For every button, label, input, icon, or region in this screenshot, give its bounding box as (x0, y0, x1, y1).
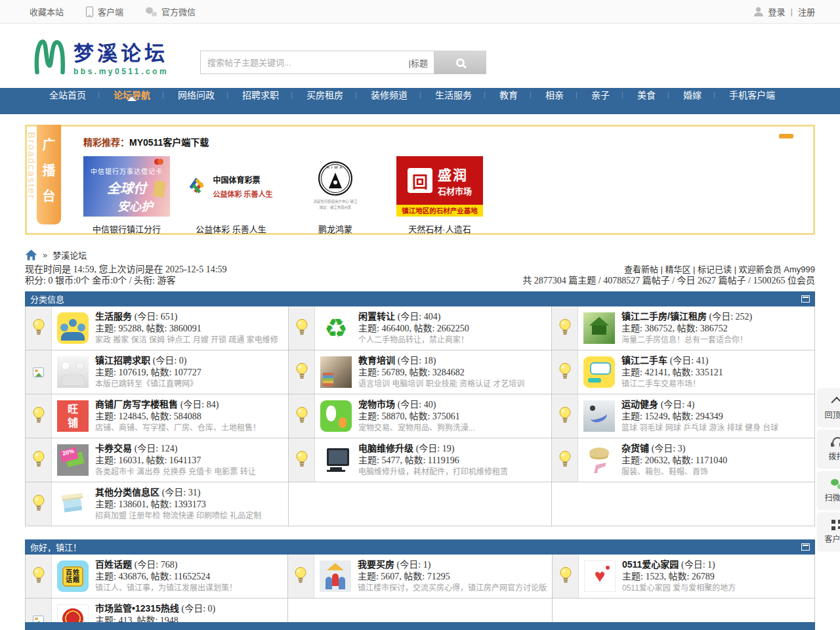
forum-icon-life-services[interactable] (57, 312, 89, 344)
forum-icon-wangpu[interactable]: 旺铺 (57, 400, 89, 432)
float-item-3[interactable]: 客户端 (818, 513, 840, 551)
forum-title-link[interactable]: 镇江二手房/镇江租房 (621, 311, 707, 322)
forum-title-link[interactable]: 电脑维修升级 (358, 443, 413, 453)
breadcrumb-current[interactable]: 梦溪论坛 (52, 249, 87, 261)
forum-today-count: (今日: 18) (398, 356, 436, 366)
forum-today-count: (今日: 40) (398, 400, 436, 410)
collapse-icon[interactable] (801, 295, 810, 303)
forum-status-column (552, 394, 578, 438)
collapse-icon[interactable] (801, 543, 810, 551)
ad-hima[interactable]: HIMA 鸿蒙智行授权用户中心·镇江地址：镇江市润州区 鹏龙鸿蒙 (292, 156, 379, 235)
ad-lottery-image: 中国体育彩票 公益体彩 乐善人生 (188, 156, 274, 217)
ad-shengrun-stone[interactable]: 回 盛润 石材市场 镇江地区的石材产业基地 天然石材·人造石 (396, 156, 483, 235)
nav-item-1[interactable]: 论坛导航 (100, 88, 164, 101)
topbar-link[interactable]: 客户端 (86, 5, 123, 18)
nav-item-4[interactable]: 买房租房 (293, 88, 357, 101)
forum-icon-green-house[interactable] (583, 312, 615, 344)
forum-status-column (26, 394, 52, 438)
topbar-link[interactable]: 收藏本站 (25, 5, 64, 18)
nav-item-7[interactable]: 教育 (486, 88, 532, 101)
nav-item-11[interactable]: 婚嫁 (669, 88, 715, 101)
search-input[interactable] (201, 58, 409, 68)
forum-icon-used-car[interactable] (583, 356, 615, 388)
forum-cell: 0511爱心家园 (今日: 1) 主题: 1523, 帖数: 26789 051… (553, 555, 815, 598)
section-hello-zhenjiang: 你好，镇江！ 百姓话题 百姓话题 (今日: 768) 主题: 436876, 帖… (25, 539, 815, 630)
visit-time-text: 现在时间是 14:59, 您上次访问是在 2025-12-5 14:59 (25, 264, 227, 275)
float-item-0[interactable]: 回顶部 (818, 389, 840, 427)
forum-today-count: (今日: 4) (661, 400, 695, 410)
breadcrumb-separator: » (43, 250, 47, 260)
home-icon[interactable] (25, 249, 37, 261)
forum-title-link[interactable]: 商铺厂房写字楼租售 (95, 399, 178, 410)
forum-title-link[interactable]: 镇江招聘求职 (95, 355, 150, 366)
quick-links[interactable]: 查看新帖 | 精华区 | 标记已读 | 欢迎新会员 Amy999 (522, 264, 815, 275)
forum-title-link[interactable]: 0511爱心家园 (622, 559, 679, 570)
forum-icon-handshake[interactable] (57, 356, 89, 388)
login-register-divider: | (791, 7, 793, 16)
forum-today-count: (今日: 41) (670, 356, 709, 366)
float-item-2[interactable]: 扫微信 (818, 472, 840, 509)
forum-title-link[interactable]: 镇江二手车 (621, 355, 667, 366)
nav-item-9[interactable]: 亲子 (578, 88, 623, 101)
forum-icon-pets[interactable] (320, 400, 352, 432)
nav-item-5[interactable]: 装修频道 (357, 88, 421, 101)
forum-description: 语言培训 电脑培训 职业技能 资格认证 才艺培训 (358, 379, 524, 390)
nav-item-2[interactable]: 网络问政 (164, 88, 228, 101)
forum-icon-love-home[interactable] (584, 560, 616, 592)
forum-title-link[interactable]: 其他分类信息区 (95, 487, 159, 497)
nav-item-8[interactable]: 相亲 (532, 88, 578, 101)
forum-title-link[interactable]: 卡券交易 (95, 443, 132, 453)
forum-icon-education[interactable] (320, 356, 352, 388)
forum-title-link[interactable]: 我要买房 (358, 559, 394, 570)
forum-title-link[interactable]: 杂货铺 (621, 443, 649, 453)
forum-cell: 镇江招聘求职 (今日: 0) 主题: 107619, 帖数: 107727 本版… (26, 350, 289, 394)
ad-caption[interactable]: 天然石材·人造石 (396, 222, 483, 235)
forum-icon-cards[interactable]: 20% (57, 444, 89, 476)
forum-status-column (289, 394, 315, 438)
nav-item-0[interactable]: 全站首页 (35, 88, 100, 101)
forum-cell: 运动健身 (今日: 4) 主题: 15249, 帖数: 294349 篮球 羽毛… (552, 394, 815, 438)
forum-title-link[interactable]: 生活服务 (95, 311, 132, 322)
topbar-link[interactable]: 官方微信 (146, 5, 196, 18)
nav-item-12[interactable]: 手机客户端 (715, 88, 789, 101)
search-scope-selector[interactable]: |标题 (409, 56, 434, 69)
forum-icon-folk-topics[interactable]: 百姓话题 (57, 560, 89, 592)
site-logo[interactable]: 梦溪论坛 bbs.my0511.com (33, 35, 169, 76)
forum-icon-recycle[interactable] (320, 312, 352, 344)
ad-caption[interactable]: 公益体彩 乐善人生 (188, 222, 274, 235)
broadcast-header-title[interactable]: MY0511客户端下载 (129, 137, 209, 148)
search-button[interactable] (434, 51, 486, 74)
ad-caption[interactable]: 中信银行镇江分行 (83, 222, 170, 235)
forum-icon-buy-house[interactable] (320, 560, 351, 592)
forum-today-count: (今日: 1) (397, 560, 431, 570)
forum-icon-misc-box[interactable] (57, 488, 89, 520)
float-item-1[interactable]: 拨打 (818, 430, 840, 468)
forum-status-column (553, 555, 579, 598)
forum-icon-sports[interactable] (583, 400, 615, 432)
register-link[interactable]: 注册 (798, 5, 815, 18)
login-link[interactable]: 登录 (768, 5, 786, 18)
lightbulb-icon (559, 566, 572, 586)
nav-item-3[interactable]: 招聘求职 (228, 88, 293, 101)
forum-today-count: (今日: 124) (135, 444, 178, 453)
nav-item-6[interactable]: 生活服务 (421, 88, 486, 101)
nav-item-10[interactable]: 美食 (623, 88, 669, 101)
forum-icon-computer[interactable] (320, 444, 352, 476)
ad-caption[interactable]: 鹏龙鸿蒙 (292, 222, 379, 235)
forum-description: 海量二手房信息！总有一套适合你！ (621, 335, 752, 346)
forum-title-link[interactable]: 闲置转让 (358, 311, 395, 322)
forum-stats: 主题: 436876, 帖数: 11652524 (95, 571, 237, 583)
forum-title-link[interactable]: 百姓话题 (95, 559, 132, 570)
forum-stats: 主题: 56789, 帖数: 3284682 (358, 367, 524, 379)
forum-description: 本版已跳转至《镇江直聘网》 (95, 379, 201, 390)
lightbulb-icon (32, 450, 45, 470)
forum-title-link[interactable]: 宠物市场 (358, 399, 395, 410)
forum-title-link[interactable]: 运动健身 (621, 399, 658, 410)
forum-icon-grocery[interactable] (583, 444, 615, 476)
ad-citic-bank[interactable]: 中信银行万事达借记卡 全球付 安心护 中信银行镇江分行 (83, 156, 170, 235)
forum-title-link[interactable]: 市场监管•12315热线 (95, 603, 179, 614)
forum-title-link[interactable]: 教育培训 (358, 355, 395, 366)
ad-sports-lottery[interactable]: 中国体育彩票 公益体彩 乐善人生 公益体彩 乐善人生 (188, 156, 274, 235)
lottery-logo-icon (189, 177, 207, 196)
minimize-button[interactable] (779, 134, 793, 138)
